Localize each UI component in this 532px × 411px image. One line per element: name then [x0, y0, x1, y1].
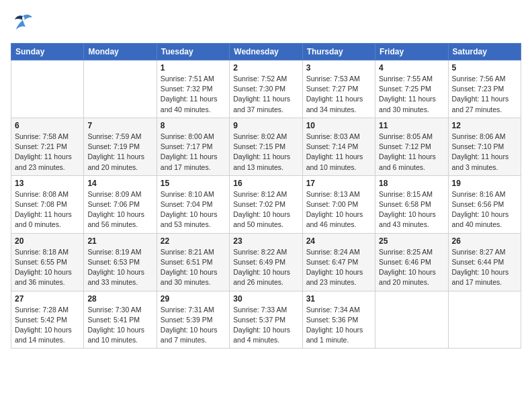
calendar-cell: 15Sunrise: 8:10 AM Sunset: 7:04 PM Dayli… [157, 175, 229, 233]
day-number: 30 [233, 294, 298, 304]
logo [11, 11, 36, 38]
day-number: 14 [87, 179, 152, 188]
calendar-cell [375, 291, 448, 349]
day-number: 28 [87, 294, 152, 304]
calendar-cell: 27Sunrise: 7:28 AM Sunset: 5:42 PM Dayli… [11, 291, 84, 349]
calendar-cell: 10Sunrise: 8:03 AM Sunset: 7:14 PM Dayli… [302, 118, 375, 175]
calendar-cell: 21Sunrise: 8:19 AM Sunset: 6:53 PM Dayli… [84, 233, 157, 291]
day-info: Sunrise: 7:58 AM Sunset: 7:21 PM Dayligh… [15, 132, 80, 173]
calendar-week-row: 27Sunrise: 7:28 AM Sunset: 5:42 PM Dayli… [11, 291, 521, 349]
day-info: Sunrise: 8:00 AM Sunset: 7:17 PM Dayligh… [161, 132, 226, 173]
calendar-week-row: 20Sunrise: 8:18 AM Sunset: 6:55 PM Dayli… [11, 233, 521, 291]
calendar-header: SundayMondayTuesdayWednesdayThursdayFrid… [11, 44, 521, 60]
day-number: 21 [87, 236, 152, 246]
calendar-cell: 4Sunrise: 7:55 AM Sunset: 7:25 PM Daylig… [375, 60, 448, 118]
calendar-cell [84, 60, 157, 118]
calendar-cell: 5Sunrise: 7:56 AM Sunset: 7:23 PM Daylig… [448, 60, 521, 118]
day-number: 5 [452, 63, 517, 73]
day-number: 10 [306, 121, 371, 130]
calendar-cell: 13Sunrise: 8:08 AM Sunset: 7:08 PM Dayli… [11, 175, 84, 233]
day-info: Sunrise: 8:02 AM Sunset: 7:15 PM Dayligh… [233, 132, 298, 173]
day-info: Sunrise: 8:12 AM Sunset: 7:02 PM Dayligh… [233, 189, 298, 230]
day-number: 24 [306, 236, 371, 246]
calendar-week-row: 6Sunrise: 7:58 AM Sunset: 7:21 PM Daylig… [11, 118, 521, 175]
calendar-cell: 30Sunrise: 7:33 AM Sunset: 5:37 PM Dayli… [230, 291, 302, 349]
calendar-cell: 8Sunrise: 8:00 AM Sunset: 7:17 PM Daylig… [157, 118, 229, 175]
calendar-cell: 3Sunrise: 7:53 AM Sunset: 7:27 PM Daylig… [302, 60, 375, 118]
day-info: Sunrise: 8:15 AM Sunset: 6:58 PM Dayligh… [379, 189, 444, 230]
calendar-cell [448, 291, 521, 349]
day-info: Sunrise: 7:52 AM Sunset: 7:30 PM Dayligh… [233, 74, 298, 115]
day-number: 22 [161, 236, 226, 246]
day-number: 19 [452, 179, 517, 188]
day-info: Sunrise: 8:24 AM Sunset: 6:47 PM Dayligh… [306, 247, 371, 288]
day-info: Sunrise: 7:56 AM Sunset: 7:23 PM Dayligh… [452, 74, 517, 115]
day-number: 27 [15, 294, 80, 304]
weekday-header-saturday: Saturday [448, 44, 521, 60]
day-number: 16 [233, 179, 298, 188]
day-number: 8 [161, 121, 226, 130]
day-info: Sunrise: 8:06 AM Sunset: 7:10 PM Dayligh… [452, 132, 517, 173]
day-number: 6 [15, 121, 80, 130]
calendar-week-row: 1Sunrise: 7:51 AM Sunset: 7:32 PM Daylig… [11, 60, 521, 118]
calendar-week-row: 13Sunrise: 8:08 AM Sunset: 7:08 PM Dayli… [11, 175, 521, 233]
day-number: 29 [161, 294, 226, 304]
calendar-cell: 7Sunrise: 7:59 AM Sunset: 7:19 PM Daylig… [84, 118, 157, 175]
day-info: Sunrise: 8:03 AM Sunset: 7:14 PM Dayligh… [306, 132, 371, 173]
calendar-cell: 20Sunrise: 8:18 AM Sunset: 6:55 PM Dayli… [11, 233, 84, 291]
calendar-cell: 26Sunrise: 8:27 AM Sunset: 6:44 PM Dayli… [448, 233, 521, 291]
day-info: Sunrise: 7:30 AM Sunset: 5:41 PM Dayligh… [87, 305, 152, 346]
page-header [11, 11, 521, 38]
weekday-header-friday: Friday [375, 44, 448, 60]
calendar-table: SundayMondayTuesdayWednesdayThursdayFrid… [11, 43, 521, 349]
day-number: 11 [379, 121, 444, 130]
day-info: Sunrise: 8:10 AM Sunset: 7:04 PM Dayligh… [161, 189, 226, 230]
day-number: 15 [161, 179, 226, 188]
calendar-cell: 9Sunrise: 8:02 AM Sunset: 7:15 PM Daylig… [230, 118, 302, 175]
day-number: 12 [452, 121, 517, 130]
day-info: Sunrise: 7:31 AM Sunset: 5:39 PM Dayligh… [161, 305, 226, 346]
day-number: 1 [161, 63, 226, 73]
day-number: 4 [379, 63, 444, 73]
weekday-header-sunday: Sunday [11, 44, 84, 60]
day-number: 3 [306, 63, 371, 73]
day-info: Sunrise: 7:28 AM Sunset: 5:42 PM Dayligh… [15, 305, 80, 346]
day-info: Sunrise: 8:18 AM Sunset: 6:55 PM Dayligh… [15, 247, 80, 288]
calendar-cell: 17Sunrise: 8:13 AM Sunset: 7:00 PM Dayli… [302, 175, 375, 233]
calendar-cell: 14Sunrise: 8:09 AM Sunset: 7:06 PM Dayli… [84, 175, 157, 233]
calendar-cell: 18Sunrise: 8:15 AM Sunset: 6:58 PM Dayli… [375, 175, 448, 233]
day-number: 13 [15, 179, 80, 188]
calendar-cell: 2Sunrise: 7:52 AM Sunset: 7:30 PM Daylig… [230, 60, 302, 118]
day-info: Sunrise: 7:51 AM Sunset: 7:32 PM Dayligh… [161, 74, 226, 115]
calendar-cell: 28Sunrise: 7:30 AM Sunset: 5:41 PM Dayli… [84, 291, 157, 349]
day-number: 31 [306, 294, 371, 304]
calendar-cell: 6Sunrise: 7:58 AM Sunset: 7:21 PM Daylig… [11, 118, 84, 175]
day-number: 18 [379, 179, 444, 188]
day-number: 2 [233, 63, 298, 73]
day-number: 26 [452, 236, 517, 246]
weekday-header-row: SundayMondayTuesdayWednesdayThursdayFrid… [11, 44, 521, 60]
day-info: Sunrise: 8:16 AM Sunset: 6:56 PM Dayligh… [452, 189, 517, 230]
day-number: 23 [233, 236, 298, 246]
weekday-header-tuesday: Tuesday [157, 44, 229, 60]
calendar-cell: 29Sunrise: 7:31 AM Sunset: 5:39 PM Dayli… [157, 291, 229, 349]
day-number: 20 [15, 236, 80, 246]
calendar-body: 1Sunrise: 7:51 AM Sunset: 7:32 PM Daylig… [11, 60, 521, 349]
weekday-header-wednesday: Wednesday [230, 44, 302, 60]
day-number: 7 [87, 121, 152, 130]
day-info: Sunrise: 8:19 AM Sunset: 6:53 PM Dayligh… [87, 247, 152, 288]
calendar-cell: 19Sunrise: 8:16 AM Sunset: 6:56 PM Dayli… [448, 175, 521, 233]
calendar-cell: 24Sunrise: 8:24 AM Sunset: 6:47 PM Dayli… [302, 233, 375, 291]
day-info: Sunrise: 7:59 AM Sunset: 7:19 PM Dayligh… [87, 132, 152, 173]
day-info: Sunrise: 8:08 AM Sunset: 7:08 PM Dayligh… [15, 189, 80, 230]
day-info: Sunrise: 8:25 AM Sunset: 6:46 PM Dayligh… [379, 247, 444, 288]
day-info: Sunrise: 8:09 AM Sunset: 7:06 PM Dayligh… [87, 189, 152, 230]
day-info: Sunrise: 7:55 AM Sunset: 7:25 PM Dayligh… [379, 74, 444, 115]
calendar-cell: 25Sunrise: 8:25 AM Sunset: 6:46 PM Dayli… [375, 233, 448, 291]
logo-bird-icon [11, 11, 35, 38]
calendar-cell [11, 60, 84, 118]
calendar-cell: 12Sunrise: 8:06 AM Sunset: 7:10 PM Dayli… [448, 118, 521, 175]
day-info: Sunrise: 8:13 AM Sunset: 7:00 PM Dayligh… [306, 189, 371, 230]
weekday-header-thursday: Thursday [302, 44, 375, 60]
calendar-cell: 11Sunrise: 8:05 AM Sunset: 7:12 PM Dayli… [375, 118, 448, 175]
